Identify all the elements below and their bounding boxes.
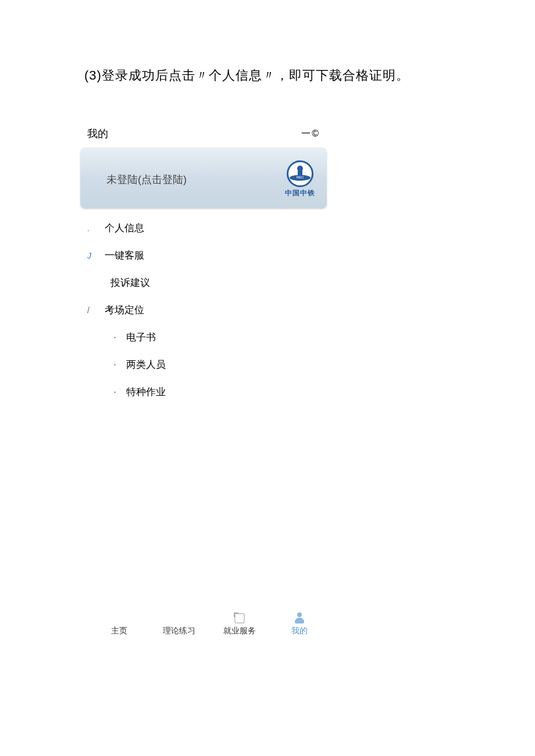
header-right-symbol: 一©	[301, 128, 320, 140]
company-logo: REC 中国中铁	[285, 160, 315, 198]
logo-band-text: REC	[290, 175, 311, 181]
app-screenshot: 我的 一© 未登陆(点击登陆) REC 中国中铁 . 个人信息 J 一键客服 投…	[76, 122, 331, 636]
menu-item-special-work[interactable]: · 特种作业	[81, 378, 326, 406]
logo-circle-icon: REC	[287, 160, 313, 187]
location-icon: /	[87, 306, 105, 315]
menu-item-feedback[interactable]: 投诉建议	[81, 269, 326, 296]
nav-theory[interactable]: 理论练习	[159, 612, 199, 636]
logo-company-name: 中国中铁	[285, 188, 315, 198]
header-bar: 我的 一©	[76, 122, 331, 145]
menu-item-exam-location[interactable]: / 考场定位	[81, 296, 326, 324]
menu-item-customer-service[interactable]: J 一键客服	[81, 242, 326, 269]
nav-home[interactable]: 主页	[99, 612, 140, 636]
login-prompt-text: 未登陆(点击登陆)	[106, 173, 187, 187]
menu-label: 两类人员	[126, 358, 166, 371]
menu-list: . 个人信息 J 一键客服 投诉建议 / 考场定位 · 电子书 · 两类人员 ·…	[76, 214, 331, 406]
bullet-icon: ·	[113, 331, 126, 343]
menu-item-two-types[interactable]: · 两类人员	[81, 351, 326, 378]
menu-item-personal-info[interactable]: . 个人信息	[81, 214, 326, 242]
bullet-icon: ·	[113, 359, 126, 371]
scan-icon	[234, 612, 245, 625]
menu-label: 投诉建议	[110, 276, 150, 289]
bottom-nav: 主页 理论练习 就业服务 我的	[99, 612, 320, 636]
nav-mine[interactable]: 我的	[279, 612, 320, 636]
person-icon	[295, 612, 304, 625]
nav-label: 就业服务	[223, 626, 256, 636]
service-icon: J	[87, 251, 105, 260]
nav-employment[interactable]: 就业服务	[219, 612, 260, 636]
menu-label: 考场定位	[105, 303, 144, 317]
menu-label: 个人信息	[105, 221, 144, 235]
nav-label: 我的	[291, 626, 308, 636]
menu-label: 一键客服	[105, 249, 144, 262]
menu-label: 电子书	[126, 331, 156, 344]
nav-label: 理论练习	[163, 626, 195, 636]
menu-label: 特种作业	[126, 385, 166, 399]
menu-item-ebook[interactable]: · 电子书	[81, 324, 326, 351]
bullet-icon: ·	[113, 386, 126, 398]
instruction-text: (3)登录成功后点击〃个人信息〃，即可下载合格证明。	[84, 67, 535, 84]
nav-label: 主页	[111, 626, 127, 636]
page-title: 我的	[87, 127, 301, 141]
dot-icon: .	[87, 224, 105, 233]
login-card[interactable]: 未登陆(点击登陆) REC 中国中铁	[80, 148, 327, 209]
